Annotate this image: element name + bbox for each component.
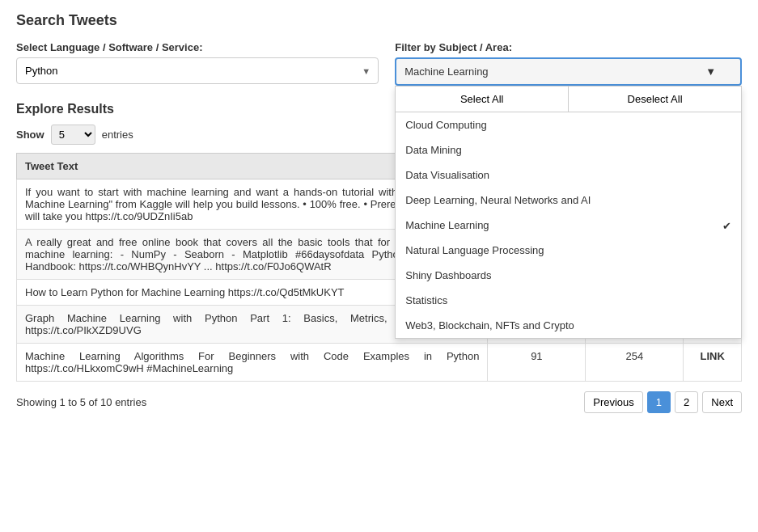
next-button[interactable]: Next xyxy=(702,391,742,413)
language-label: Select Language / Software / Service: xyxy=(16,41,379,53)
previous-button[interactable]: Previous xyxy=(584,391,643,413)
dropdown-item-deep-learning[interactable]: Deep Learning, Neural Networks and AI xyxy=(396,188,741,213)
page-title: Search Tweets xyxy=(16,12,742,29)
entries-select[interactable]: 5 10 25 50 xyxy=(51,125,95,145)
dropdown-item-data-mining[interactable]: Data Mining xyxy=(396,137,741,163)
subject-control-group: Filter by Subject / Area: Machine Learni… xyxy=(395,41,742,86)
dropdown-item-data-vis[interactable]: Data Visualisation xyxy=(396,163,741,188)
page-1-button[interactable]: 1 xyxy=(647,391,671,413)
entries-label: entries xyxy=(102,129,133,141)
subject-dropdown-arrow-icon: ▼ xyxy=(705,65,716,78)
controls-row: Select Language / Software / Service: Py… xyxy=(16,41,742,86)
rts-5: 254 xyxy=(586,344,684,382)
language-select-wrapper: Python R JavaScript Java C++ ▼ xyxy=(16,57,379,84)
table-row: Machine Learning Algorithms For Beginner… xyxy=(17,344,742,382)
dropdown-item-shiny[interactable]: Shiny Dashboards xyxy=(396,263,741,288)
subject-selected-value: Machine Learning xyxy=(404,65,488,78)
subject-label: Filter by Subject / Area: xyxy=(395,41,742,53)
dropdown-item-cloud-computing[interactable]: Cloud Computing xyxy=(396,112,741,137)
subject-dropdown-menu: Select All Deselect All Cloud Computing … xyxy=(395,86,742,339)
deselect-all-button[interactable]: Deselect All xyxy=(569,87,741,112)
dropdown-item-web3[interactable]: Web3, Blockchain, NFTs and Crypto xyxy=(396,313,741,338)
page-2-button[interactable]: 2 xyxy=(675,391,698,413)
pagination: Previous 1 2 Next xyxy=(584,391,742,413)
link-5[interactable]: LINK xyxy=(684,344,742,382)
dropdown-item-statistics[interactable]: Statistics xyxy=(396,288,741,313)
tweet-text-5: Machine Learning Algorithms For Beginner… xyxy=(17,344,488,382)
showing-text: Showing 1 to 5 of 10 entries xyxy=(16,396,146,408)
select-all-button[interactable]: Select All xyxy=(396,87,569,112)
dropdown-item-machine-learning[interactable]: Machine Learning xyxy=(396,213,741,238)
dropdown-menu-header: Select All Deselect All xyxy=(396,87,741,112)
language-control-group: Select Language / Software / Service: Py… xyxy=(16,41,379,84)
subject-dropdown-trigger[interactable]: Machine Learning ▼ xyxy=(395,57,742,86)
footer-row: Showing 1 to 5 of 10 entries Previous 1 … xyxy=(16,391,742,413)
page-container: Search Tweets Select Language / Software… xyxy=(0,0,758,532)
likes-5: 91 xyxy=(488,344,586,382)
dropdown-item-nlp[interactable]: Natural Language Processing xyxy=(396,238,741,263)
show-label: Show xyxy=(16,129,44,141)
language-select[interactable]: Python R JavaScript Java C++ xyxy=(16,57,379,84)
